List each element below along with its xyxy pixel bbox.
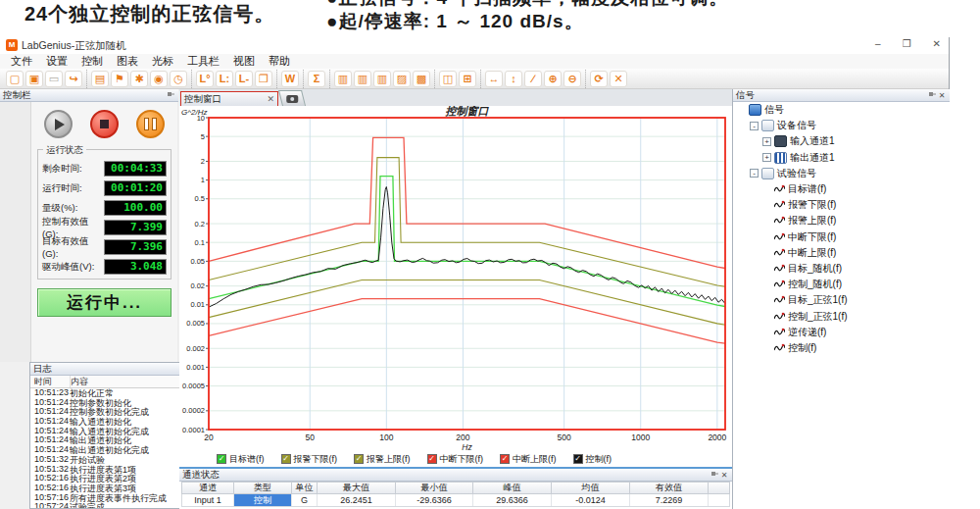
menu-item-1[interactable]: 设置 <box>39 54 74 69</box>
minimize-button[interactable]: – <box>875 38 881 49</box>
fit-horizontal-icon[interactable]: ↔ <box>485 71 503 87</box>
legend-checkbox-icon[interactable]: ✓ <box>573 454 583 464</box>
tree-item-目标_随机(f)[interactable]: 目标_随机(f) <box>733 261 950 277</box>
refresh-icon[interactable]: ⟳ <box>590 71 608 87</box>
channel-col-7[interactable]: 有效值 <box>630 483 709 493</box>
tab-close-icon[interactable]: ✕ <box>267 94 274 104</box>
settings-gear-icon[interactable]: ✱ <box>130 71 148 87</box>
open-icon[interactable]: ▭ <box>45 71 63 87</box>
sigma-stats-icon[interactable]: Σ <box>308 71 325 87</box>
legend-checkbox-icon[interactable]: ✓ <box>217 454 226 464</box>
autoscale-icon[interactable]: ∕ <box>524 71 542 87</box>
menu-item-7[interactable]: 帮助 <box>262 54 297 69</box>
legend-item[interactable]: ✓控制(f) <box>573 453 612 466</box>
log-time: 10:51:24 <box>30 434 70 444</box>
close-icon[interactable]: ✕ <box>937 90 947 100</box>
menu-item-0[interactable]: 文件 <box>4 54 39 69</box>
channel-panel-title: 通道状态 <box>182 469 710 482</box>
reset-icon[interactable]: ✕ <box>610 71 627 87</box>
export-icon[interactable]: ↪ <box>65 71 82 87</box>
channel-col-4[interactable]: 最小值 <box>396 483 473 493</box>
clock-icon[interactable]: ◷ <box>170 71 187 87</box>
zoom-out-icon[interactable]: ⊖ <box>564 71 581 87</box>
legend-item[interactable]: ✓报警上限(f) <box>354 453 411 466</box>
tree-item-逆传递(f)[interactable]: 逆传递(f) <box>733 325 950 340</box>
cursor-dash-icon[interactable]: L- <box>235 71 253 87</box>
cursor-degree-icon[interactable]: L° <box>196 71 214 87</box>
menu-item-2[interactable]: 控制 <box>74 54 110 69</box>
control-window-chart[interactable]: 105210.50.20.10.050.020.010.0050.0020.00… <box>179 106 732 451</box>
stop-button[interactable] <box>90 110 119 138</box>
tree-item-试验信号[interactable]: -试验信号 <box>733 166 950 181</box>
flag-icon[interactable]: ⚑ <box>111 71 128 87</box>
channel-col-5[interactable]: 峰值 <box>473 483 552 493</box>
tree-expander-icon[interactable]: + <box>762 137 771 146</box>
tree-expander-icon[interactable]: + <box>762 153 771 162</box>
layout-grid-icon[interactable]: ⊞ <box>459 71 476 87</box>
layout-pair-icon[interactable]: ◫ <box>439 71 457 87</box>
legend-checkbox-icon[interactable]: ✓ <box>500 454 510 464</box>
tree-item-控制_正弦1(f)[interactable]: 控制_正弦1(f) <box>733 308 950 324</box>
tree-expander-icon[interactable]: - <box>750 169 759 178</box>
maximize-button[interactable]: ❐ <box>903 38 911 49</box>
legend-checkbox-icon[interactable]: ✓ <box>281 454 291 464</box>
tree-item-输入通道1[interactable]: +输入通道1 <box>733 133 950 149</box>
channel-row[interactable]: Input 1控制G26.2451-29.636629.6366-0.01247… <box>181 494 730 507</box>
tree-item-报警上限(f)[interactable]: 报警上限(f) <box>733 213 950 229</box>
menu-item-3[interactable]: 图表 <box>110 54 145 69</box>
y-tick-label: 0.2 <box>195 220 205 229</box>
legend-checkbox-icon[interactable]: ✓ <box>354 454 364 464</box>
legend-item[interactable]: ✓目标谱(f) <box>217 453 265 466</box>
log-content: 初始化正常 <box>70 387 114 397</box>
copy-window-icon[interactable]: ❐ <box>255 71 272 87</box>
palette-disc-icon[interactable]: ◉ <box>150 71 168 87</box>
legend-item[interactable]: ✓中断下限(f) <box>427 453 484 466</box>
tree-item-输出通道1[interactable]: +输出通道1 <box>733 150 950 166</box>
tree-item-中断上限(f)[interactable]: 中断上限(f) <box>733 245 950 261</box>
tree-item-控制(f)[interactable]: 控制(f) <box>733 340 950 356</box>
tree-item-目标_正弦1(f)[interactable]: 目标_正弦1(f) <box>733 292 950 308</box>
save-icon[interactable]: ▣ <box>25 71 43 87</box>
tab-control-window[interactable]: 控制窗口 ✕ <box>180 91 278 106</box>
legend-label: 控制(f) <box>586 453 612 466</box>
menu-item-5[interactable]: 工具栏 <box>180 54 226 69</box>
tree-item-控制_随机(f)[interactable]: 控制_随机(f) <box>733 277 950 292</box>
close-button[interactable]: ✕ <box>933 38 941 49</box>
menu-item-6[interactable]: 视图 <box>226 54 262 69</box>
word-report-icon[interactable]: W <box>281 71 299 87</box>
legend-item[interactable]: ✓报警下限(f) <box>281 453 338 466</box>
chart-bars-2-icon[interactable]: ▥ <box>354 71 371 87</box>
tree-item-设备信号[interactable]: -设备信号 <box>733 118 950 133</box>
chart-bars-3-icon[interactable]: ▥ <box>373 71 391 87</box>
fit-vertical-icon[interactable]: ↕ <box>505 71 522 87</box>
tree-item-信号[interactable]: 信号 <box>733 102 950 118</box>
channel-col-3[interactable]: 最大值 <box>318 483 396 493</box>
start-button[interactable] <box>44 110 73 138</box>
menu-item-4[interactable]: 光标 <box>145 54 180 69</box>
pause-button[interactable] <box>136 110 165 138</box>
legend-item[interactable]: ✓中断上限(f) <box>500 453 557 466</box>
pin-icon[interactable] <box>166 90 175 100</box>
snapshot-button[interactable] <box>278 90 306 106</box>
tree-expander-icon[interactable]: - <box>750 122 759 130</box>
chart-canvas[interactable]: 105210.50.20.10.050.020.010.0050.0020.00… <box>179 106 732 451</box>
chart-bars-1-icon[interactable]: ▥ <box>334 71 352 87</box>
zoom-in-icon[interactable]: ⊕ <box>544 71 562 87</box>
chart-mixed-icon[interactable]: ▨ <box>393 71 411 87</box>
tree-item-中断下限(f)[interactable]: 中断下限(f) <box>733 229 950 245</box>
channel-col-1[interactable]: 类型 <box>234 483 292 493</box>
channel-col-0[interactable]: 通道 <box>182 483 234 493</box>
channel-cell-6: -0.0124 <box>552 494 630 506</box>
channel-col-2[interactable]: 单位 <box>292 483 318 493</box>
chart-dark-icon[interactable]: ▩ <box>413 71 430 87</box>
channel-col-6[interactable]: 均值 <box>552 483 630 493</box>
pin-icon[interactable] <box>710 470 719 480</box>
legend-checkbox-icon[interactable]: ✓ <box>427 454 437 464</box>
pin-icon[interactable] <box>927 90 937 100</box>
tree-item-目标谱(f)[interactable]: 目标谱(f) <box>733 181 950 197</box>
close-icon[interactable]: ✕ <box>719 470 729 480</box>
tree-item-报警下限(f)[interactable]: 报警下限(f) <box>733 197 950 213</box>
new-file-icon[interactable]: ▢ <box>6 71 24 87</box>
cursor-colon-icon[interactable]: L: <box>216 71 233 87</box>
print-icon[interactable]: ▤ <box>91 71 109 87</box>
